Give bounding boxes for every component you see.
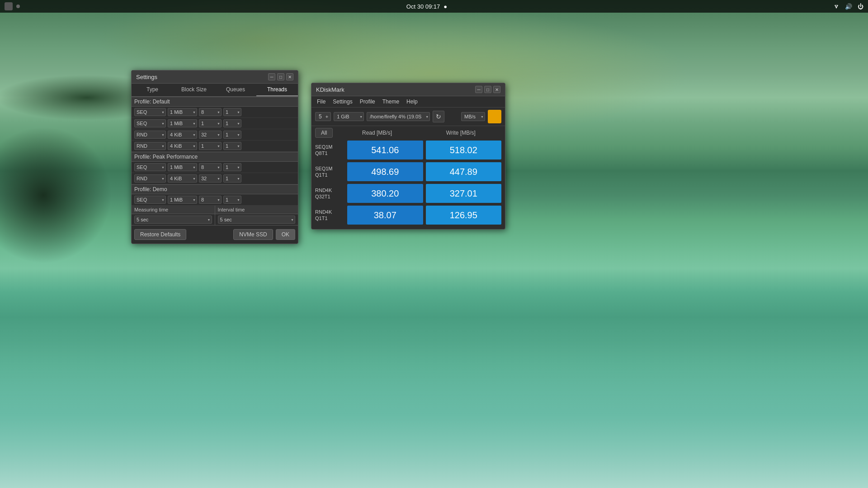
queues-select-2[interactable]: 1832 [199, 119, 222, 127]
threads-select-wrap-5: 1 [223, 163, 241, 171]
settings-row-5: SEQRND 1 MiB4 KiB 8132 1 [132, 162, 298, 173]
threads-select-4[interactable]: 1 [223, 142, 241, 150]
measuring-time-cell: 5 sec10 sec30 sec [132, 214, 215, 225]
result-label-3: RND4K Q32T1 [315, 187, 344, 200]
queues-select-wrap-1: 8132 [199, 108, 222, 116]
refresh-button[interactable]: ↻ [433, 111, 444, 122]
settings-row-3: RNDSEQ 4 KiB1 MiB 3218 1 [132, 129, 298, 141]
threads-select-1[interactable]: 1 [223, 108, 241, 116]
threads-select-5[interactable]: 1 [223, 163, 241, 171]
settings-row-4: RNDSEQ 4 KiB1 MiB 1832 1 [132, 141, 298, 152]
kdiskmark-maximize-button[interactable]: □ [484, 86, 491, 93]
blocksize-select-wrap-6: 4 KiB1 MiB [168, 174, 197, 183]
blocksize-select-6[interactable]: 4 KiB1 MiB [168, 174, 197, 183]
type-select-3[interactable]: RNDSEQ [134, 131, 166, 139]
kdiskmark-minimize-button[interactable]: ─ [475, 86, 482, 93]
queues-select-4[interactable]: 1832 [199, 142, 222, 150]
type-select-wrap-3: RNDSEQ [134, 131, 166, 139]
settings-row-2: SEQRND 1 MiB4 KiB 1832 1 [132, 118, 298, 129]
write-bar-1: 518.02 [426, 141, 502, 160]
queues-select-1[interactable]: 8132 [199, 108, 222, 116]
all-button[interactable]: All [315, 128, 333, 138]
read-bar-2: 498.69 [347, 162, 423, 181]
menu-help[interactable]: Help [403, 97, 421, 106]
queues-select-6[interactable]: 3218 [199, 174, 222, 183]
blocksize-select-4[interactable]: 4 KiB1 MiB [168, 142, 197, 150]
threads-select-2[interactable]: 1 [223, 119, 241, 127]
blocksize-select-1[interactable]: 1 MiB4 KiB [168, 108, 197, 116]
close-button[interactable]: ✕ [286, 73, 293, 80]
menu-settings[interactable]: Settings [329, 97, 356, 106]
queues-select-5[interactable]: 8132 [199, 163, 222, 171]
network-icon[interactable]: ⛛ [834, 3, 840, 10]
tab-blocksize[interactable]: Block Size [173, 84, 215, 96]
blocksize-select-3[interactable]: 4 KiB1 MiB [168, 131, 197, 139]
network-dot: ● [443, 3, 447, 10]
kdiskmark-close-button[interactable]: ✕ [493, 86, 500, 93]
measuring-time-select[interactable]: 5 sec10 sec30 sec [134, 216, 212, 224]
column-headers: Read [MB/s] Write [MB/s] [336, 130, 501, 136]
type-select-6[interactable]: RNDSEQ [134, 174, 166, 183]
go-button[interactable] [488, 110, 501, 123]
queues-select-3[interactable]: 3218 [199, 131, 222, 139]
threads-select-3[interactable]: 1 [223, 131, 241, 139]
maximize-button[interactable]: □ [277, 73, 284, 80]
interval-time-label: Interval time [215, 206, 298, 214]
settings-footer: Restore Defaults NVMe SSD OK [132, 225, 298, 244]
blocksize-select-wrap-1: 1 MiB4 KiB [168, 108, 197, 116]
type-select-2[interactable]: SEQRND [134, 119, 166, 127]
result-label-line2-3: Q32T1 [315, 194, 330, 199]
result-label-line1-2: SEQ1M [315, 166, 333, 171]
queues-select-wrap-2: 1832 [199, 119, 222, 127]
path-select[interactable]: /home/firefly 4% (19.0S [367, 112, 430, 121]
result-row-seq1m-q1t1: SEQ1M Q1T1 498.69 447.89 [315, 162, 501, 181]
runs-increment[interactable]: + [325, 114, 329, 119]
read-val-4: 38.07 [374, 210, 396, 221]
menu-profile[interactable]: Profile [356, 97, 379, 106]
result-label-line1-4: RND4K [315, 209, 332, 215]
threads-select-7[interactable]: 1 [223, 196, 241, 204]
blocksize-select-7[interactable]: 1 MiB4 KiB [168, 196, 197, 204]
taskbar-clock: Oct 30 09:17 ● [406, 3, 447, 10]
tab-threads[interactable]: Threads [256, 84, 298, 96]
settings-titlebar: Settings ─ □ ✕ [132, 70, 298, 84]
result-row-rnd4k-q1t1: RND4K Q1T1 38.07 126.95 [315, 206, 501, 225]
tab-queues[interactable]: Queues [215, 84, 256, 96]
queues-select-7[interactable]: 8132 [199, 196, 222, 204]
tab-type[interactable]: Type [132, 84, 173, 96]
queues-select-wrap-5: 8132 [199, 163, 222, 171]
type-select-5[interactable]: SEQRND [134, 163, 166, 171]
menu-file[interactable]: File [313, 97, 329, 106]
size-select[interactable]: 1 GiB512 MiB2 GiB [334, 112, 364, 121]
size-select-wrap: 1 GiB512 MiB2 GiB [334, 112, 364, 121]
unit-select[interactable]: MB/sGB/sIOPS [461, 112, 485, 121]
app-menu-icon[interactable] [5, 2, 13, 10]
blocksize-select-5[interactable]: 1 MiB4 KiB [168, 163, 197, 171]
interval-time-select[interactable]: 5 sec10 sec30 sec [218, 216, 296, 224]
kdiskmark-title: KDiskMark [316, 86, 344, 93]
write-bar-4: 126.95 [426, 206, 502, 225]
result-label-line1-1: SEQ1M [315, 144, 333, 150]
taskbar: Oct 30 09:17 ● ⛛ 🔊 ⏻ [0, 0, 868, 13]
restore-defaults-button[interactable]: Restore Defaults [134, 229, 186, 240]
type-select-4[interactable]: RNDSEQ [134, 142, 166, 150]
settings-row-7: SEQRND 1 MiB4 KiB 8132 1 [132, 194, 298, 206]
read-bar-3: 380.20 [347, 184, 423, 203]
type-select-7[interactable]: SEQRND [134, 196, 166, 204]
write-val-1: 518.02 [450, 145, 477, 155]
profile-default-label: Profile: Default [132, 97, 298, 107]
minimize-button[interactable]: ─ [268, 73, 275, 80]
threads-select-6[interactable]: 1 [223, 174, 241, 183]
kdiskmark-toolbar: 5 + 1 GiB512 MiB2 GiB /home/firefly 4% (… [311, 108, 505, 126]
volume-icon[interactable]: 🔊 [845, 3, 852, 10]
unit-select-wrap: MB/sGB/sIOPS [461, 112, 485, 121]
rw-group-3: 380.20 327.01 [347, 184, 501, 203]
taskbar-right: ⛛ 🔊 ⏻ [834, 3, 863, 10]
type-select-1[interactable]: SEQRND [134, 108, 166, 116]
ok-button[interactable]: OK [276, 229, 295, 240]
power-icon[interactable]: ⏻ [858, 3, 863, 10]
nvme-ssd-button[interactable]: NVMe SSD [233, 229, 273, 240]
threads-select-wrap-4: 1 [223, 142, 241, 150]
blocksize-select-2[interactable]: 1 MiB4 KiB [168, 119, 197, 127]
menu-theme[interactable]: Theme [379, 97, 403, 106]
